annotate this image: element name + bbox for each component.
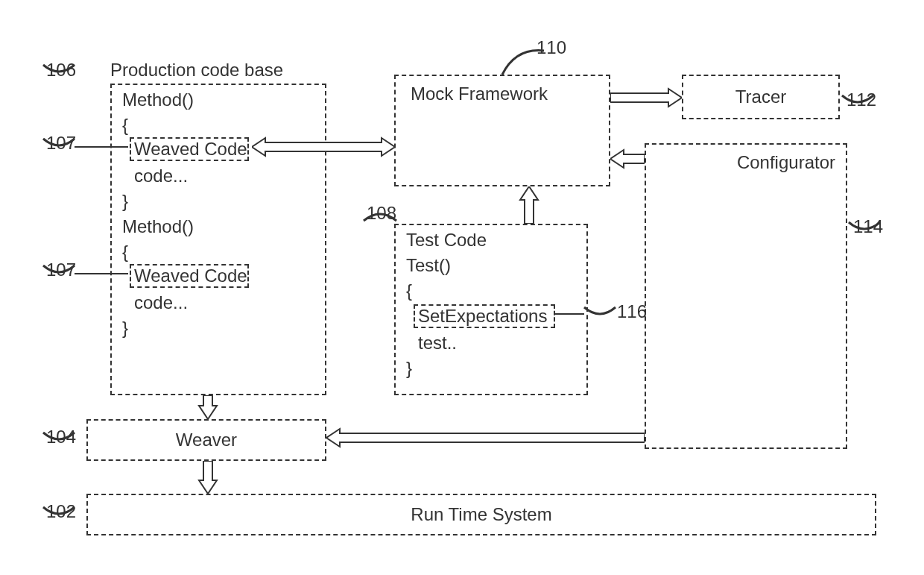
svg-marker-4: [199, 395, 217, 419]
runtime-system-box: Run Time System: [86, 494, 876, 535]
test-code-box: Test Code Test() { SetExpectations test.…: [394, 224, 588, 395]
ref-tick-110: [501, 46, 532, 58]
code-2: code...: [134, 292, 188, 313]
ref-116: 116: [617, 301, 647, 322]
brace-open-1: {: [122, 115, 128, 136]
weaver-box: Weaver: [86, 419, 326, 461]
ref-114: 114: [853, 216, 883, 237]
mock-framework-box: Mock Framework: [394, 75, 610, 186]
leader-107a: [75, 146, 128, 148]
arrow-weaver-runtime: [197, 461, 219, 494]
brace-open-2: {: [122, 242, 128, 263]
ref-108: 108: [367, 203, 396, 224]
ref-107b: 107: [46, 260, 76, 280]
ref-107a: 107: [46, 133, 76, 154]
configurator-label: Configurator: [737, 152, 835, 173]
code-1: code...: [134, 166, 188, 186]
test-brace-open: {: [406, 280, 412, 301]
svg-marker-6: [199, 461, 217, 494]
ref-112: 112: [847, 89, 876, 110]
tracer-box: Tracer: [682, 75, 840, 119]
arrow-production-weaver: [197, 395, 219, 419]
mock-framework-label: Mock Framework: [411, 84, 548, 104]
production-code-base-title: Production code base: [110, 60, 283, 81]
ref-106: 106: [46, 60, 76, 81]
test-fn: Test(): [406, 255, 451, 276]
svg-marker-2: [610, 150, 645, 168]
test-code-title: Test Code: [406, 230, 487, 251]
production-code-base-box: Method() { Weaved Code code... } Method(…: [110, 84, 326, 395]
brace-close-2: }: [122, 318, 128, 339]
method-1: Method(): [122, 89, 194, 110]
arrow-mock-tracer: [610, 87, 682, 109]
arrow-configurator-weaver: [326, 427, 645, 449]
test-line: test..: [418, 333, 457, 354]
ref-104: 104: [46, 427, 76, 447]
svg-marker-1: [610, 89, 682, 107]
leader-116: [554, 313, 584, 315]
brace-close-1: }: [122, 191, 128, 212]
svg-marker-3: [520, 186, 538, 224]
ref-tick-116: [583, 304, 614, 316]
configurator-box: Configurator: [645, 143, 847, 449]
method-2: Method(): [122, 216, 194, 237]
weaved-code-2: Weaved Code: [130, 264, 249, 288]
svg-marker-0: [252, 138, 395, 156]
weaved-code-1: Weaved Code: [130, 137, 249, 161]
set-expectations-box: SetExpectations: [414, 304, 555, 328]
arrow-production-mock: [252, 136, 395, 158]
arrow-configurator-mock: [610, 148, 645, 170]
arrow-testcode-mock: [518, 186, 540, 224]
ref-102: 102: [46, 501, 76, 522]
svg-marker-5: [326, 429, 645, 447]
test-brace-close: }: [406, 358, 412, 379]
leader-107b: [75, 273, 128, 274]
